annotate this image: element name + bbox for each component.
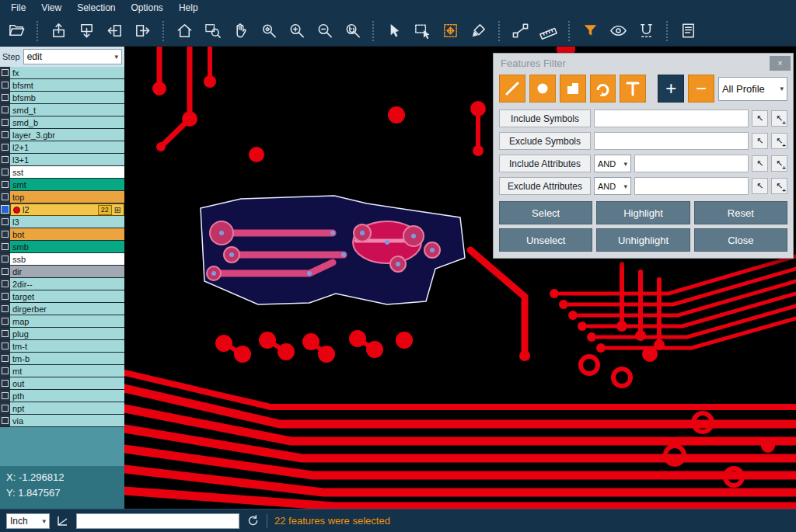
layer-checkbox[interactable]: [0, 266, 10, 278]
layer-row-mt[interactable]: mt: [0, 365, 124, 377]
layer-row-bfsmt[interactable]: bfsmt: [0, 79, 124, 92]
layer-visibility-button[interactable]: [605, 18, 631, 44]
exclude-attributes-pick-add-button[interactable]: ↖+: [771, 178, 787, 194]
line-tool-button[interactable]: [499, 75, 525, 103]
layer-checkbox[interactable]: [0, 141, 10, 154]
move-selection-button[interactable]: [437, 18, 463, 44]
close-dialog-button[interactable]: Close: [694, 228, 787, 252]
menu-file[interactable]: File: [3, 2, 33, 14]
units-select[interactable]: Inch ▾: [6, 513, 50, 529]
dialog-close-button[interactable]: ×: [770, 56, 791, 71]
layer-label[interactable]: plug: [10, 328, 124, 340]
layer-checkbox[interactable]: [0, 166, 10, 179]
layer-checkbox[interactable]: [0, 79, 10, 92]
zoom-reset-button[interactable]: [339, 18, 365, 44]
rect-select-button[interactable]: [409, 18, 435, 44]
layer-checkbox[interactable]: [0, 129, 10, 141]
include-attributes-input[interactable]: [634, 155, 749, 172]
layer-checkbox[interactable]: [0, 104, 10, 116]
layer-checkbox[interactable]: [0, 216, 10, 228]
import-up-button[interactable]: [45, 18, 72, 44]
import-left-button[interactable]: [101, 18, 127, 44]
layer-row-tm-b[interactable]: tm-b: [0, 353, 124, 365]
layer-row-tm-t[interactable]: tm-t: [0, 340, 124, 353]
select-button[interactable]: Select: [499, 201, 592, 224]
profile-select[interactable]: All Profile ▾: [718, 77, 787, 101]
import-down-button[interactable]: [73, 18, 100, 44]
layer-label[interactable]: tm-t: [10, 340, 124, 353]
layer-checkbox[interactable]: [0, 415, 10, 427]
unhighlight-button[interactable]: Unhighlight: [596, 228, 690, 252]
layer-row-bot[interactable]: bot: [0, 228, 124, 241]
pan-hand-button[interactable]: [227, 18, 253, 44]
layer-checkbox[interactable]: [0, 377, 10, 390]
layer-checkbox[interactable]: [0, 390, 10, 402]
layer-row-smt[interactable]: smt: [0, 179, 124, 191]
layer-checkbox[interactable]: [0, 278, 10, 290]
layer-label[interactable]: dirgerber: [10, 303, 124, 315]
layer-label[interactable]: l3: [10, 216, 124, 228]
include-attributes-logic-select[interactable]: AND ▾: [594, 155, 631, 172]
layer-label[interactable]: ssb: [10, 253, 124, 266]
layer-row-via[interactable]: via: [0, 415, 124, 427]
menu-view[interactable]: View: [33, 2, 69, 14]
layer-row-2dir--[interactable]: 2dir--: [0, 278, 124, 290]
layer-label[interactable]: l2+1: [10, 141, 124, 154]
layer-checkbox[interactable]: [0, 340, 10, 353]
layer-checkbox[interactable]: [0, 92, 10, 104]
layer-checkbox[interactable]: [0, 203, 10, 216]
layer-label[interactable]: bfsmt: [10, 79, 124, 92]
layer-label[interactable]: bot: [10, 228, 124, 241]
highlight-button[interactable]: Highlight: [596, 201, 690, 224]
layer-row-ssb[interactable]: ssb: [0, 253, 124, 266]
layer-label[interactable]: smb: [10, 241, 124, 253]
layer-label[interactable]: target: [10, 290, 124, 303]
layer-label[interactable]: layer_3.gbr: [10, 129, 124, 141]
zoom-in-button[interactable]: [283, 18, 309, 44]
layer-checkbox[interactable]: [0, 315, 10, 328]
layer-row-npt[interactable]: npt: [0, 402, 124, 415]
layer-label[interactable]: smd_b: [10, 116, 124, 129]
layer-label[interactable]: mt: [10, 365, 124, 377]
layer-checkbox[interactable]: [0, 290, 10, 303]
arc-tool-button[interactable]: [590, 75, 616, 103]
layer-label[interactable]: l3+1: [10, 154, 124, 166]
layer-row-smd_t[interactable]: smd_t: [0, 104, 124, 116]
zoom-out-button[interactable]: [311, 18, 337, 44]
layer-row-l3+1[interactable]: l3+1: [0, 154, 124, 166]
layer-label[interactable]: smd_t: [10, 104, 124, 116]
refresh-button[interactable]: [246, 514, 260, 527]
import-right-button[interactable]: [129, 18, 155, 44]
layer-label[interactable]: map: [10, 315, 124, 328]
layer-row-l2[interactable]: l222⊞: [0, 203, 124, 216]
remove-filter-button[interactable]: −: [688, 75, 714, 103]
layer-checkbox[interactable]: [0, 253, 10, 266]
step-select[interactable]: edit ▾: [23, 49, 122, 64]
layer-row-map[interactable]: map: [0, 315, 124, 328]
include-symbols-button[interactable]: Include Symbols: [499, 110, 591, 127]
reset-button[interactable]: Reset: [694, 201, 787, 224]
layer-label[interactable]: tm-b: [10, 353, 124, 365]
exclude-attributes-pick-button[interactable]: ↖: [752, 178, 768, 194]
layer-row-smb[interactable]: smb: [0, 241, 124, 253]
surface-tool-button[interactable]: [560, 75, 586, 103]
menu-selection[interactable]: Selection: [69, 2, 123, 14]
layer-label[interactable]: out: [10, 377, 124, 390]
command-input[interactable]: [76, 513, 239, 529]
features-filter-button[interactable]: [577, 18, 603, 44]
report-button[interactable]: [675, 18, 701, 44]
cursor-select-button[interactable]: [381, 18, 407, 44]
layer-label[interactable]: via: [10, 415, 124, 427]
layer-checkbox[interactable]: [0, 365, 10, 377]
exclude-symbols-pick-button[interactable]: ↖: [752, 133, 768, 149]
exclude-attributes-logic-select[interactable]: AND ▾: [594, 177, 631, 195]
layer-row-fx[interactable]: fx: [0, 67, 124, 79]
layer-row-plug[interactable]: plug: [0, 328, 124, 340]
snap-button[interactable]: [633, 18, 659, 44]
layer-row-smd_b[interactable]: smd_b: [0, 116, 124, 129]
exclude-symbols-button[interactable]: Exclude Symbols: [499, 132, 591, 150]
include-attributes-pick-add-button[interactable]: ↖+: [771, 155, 787, 172]
pad-tool-button[interactable]: [529, 75, 556, 103]
layer-label[interactable]: smt: [10, 179, 124, 191]
zoom-window-button[interactable]: [199, 18, 225, 44]
